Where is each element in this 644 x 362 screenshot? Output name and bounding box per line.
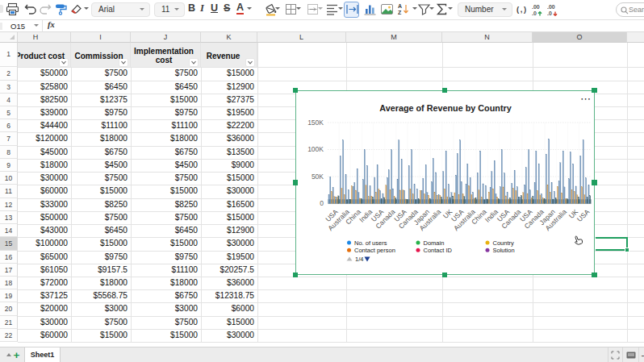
svg-text:100K: 100K (307, 145, 324, 153)
svg-text:.0: .0 (547, 10, 552, 16)
svg-text:Z: Z (398, 10, 402, 15)
svg-text:Contact person: Contact person (354, 247, 395, 254)
svg-text:.0: .0 (532, 10, 537, 16)
svg-text:Average of Revenue by Country: Average of Revenue by Country (379, 103, 511, 113)
svg-text:Domain: Domain (424, 239, 445, 247)
svg-text:A: A (398, 3, 402, 9)
svg-text:Contact ID: Contact ID (424, 247, 453, 254)
svg-text:Solution: Solution (493, 247, 515, 254)
svg-text:.00: .00 (532, 4, 540, 10)
svg-text:150K: 150K (307, 119, 324, 127)
svg-text:50K: 50K (312, 173, 324, 181)
svg-text:0: 0 (320, 199, 324, 207)
svg-text:1/4: 1/4 (355, 256, 363, 263)
svg-text:.00: .00 (547, 4, 555, 10)
svg-text:USA: USA (575, 207, 592, 223)
svg-text:No. of users: No. of users (354, 239, 387, 247)
svg-text:Country: Country (493, 239, 515, 247)
